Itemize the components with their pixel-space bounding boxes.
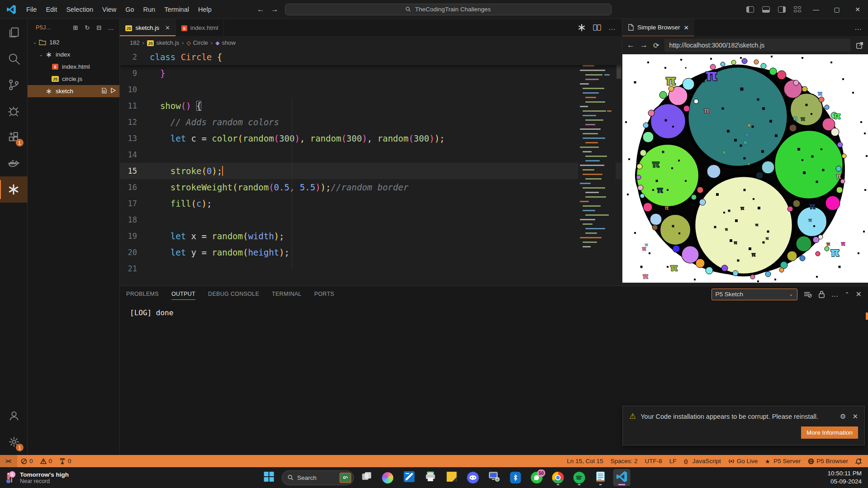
- gear-icon[interactable]: ⚙: [840, 412, 846, 421]
- p5-sketch-canvas[interactable]: πππππππππππππππππππππππππππππππ: [622, 54, 868, 283]
- activity-run-debug[interactable]: [0, 98, 28, 124]
- taskbar-scanner-icon[interactable]: [400, 469, 417, 486]
- minimize-button[interactable]: —: [806, 0, 826, 19]
- panel-tab-output[interactable]: OUTPUT: [171, 286, 195, 302]
- status-p5-browser[interactable]: P5 Browser: [804, 455, 852, 467]
- status-cursor-position[interactable]: Ln 15, Col 15: [563, 455, 607, 467]
- url-input[interactable]: http://localhost:3000/182\sketch.js: [664, 39, 850, 52]
- new-file-icon[interactable]: ⊞: [71, 23, 81, 33]
- activity-search[interactable]: [0, 45, 28, 71]
- close-icon[interactable]: ✕: [684, 24, 689, 31]
- activity-explorer[interactable]: [0, 19, 28, 45]
- close-button[interactable]: ✕: [847, 0, 868, 19]
- activity-docker[interactable]: [0, 150, 28, 176]
- panel-tab-terminal[interactable]: TERMINAL: [272, 286, 302, 302]
- taskbar-sticky-notes-icon[interactable]: [443, 469, 460, 486]
- refresh-icon[interactable]: ↻: [82, 23, 92, 33]
- status-errors[interactable]: 0: [17, 455, 37, 467]
- activity-p5[interactable]: [0, 176, 28, 203]
- toggle-sidebar-icon[interactable]: [746, 6, 754, 13]
- taskbar-printer-icon[interactable]: [422, 469, 439, 486]
- breadcrumb-show[interactable]: ◆show: [215, 39, 236, 46]
- toggle-panel-icon[interactable]: [762, 6, 770, 13]
- status-warnings[interactable]: 0: [37, 455, 56, 467]
- weather-widget[interactable]: 1 Tomorrow's high Near record: [0, 471, 109, 484]
- editor-scrollbar[interactable]: [616, 49, 622, 286]
- breadcrumb-sketch.js[interactable]: JSsketch.js: [147, 39, 179, 46]
- activity-extensions[interactable]: 1: [0, 124, 28, 150]
- more-information-button[interactable]: More Information: [801, 426, 858, 439]
- close-icon[interactable]: ✕: [165, 24, 170, 31]
- taskbar-vscode-icon[interactable]: [613, 469, 630, 486]
- menu-go[interactable]: Go: [121, 3, 138, 16]
- taskbar-remote-pc-icon[interactable]: ⚙: [485, 469, 503, 486]
- status-go-live[interactable]: Go Live: [725, 455, 762, 467]
- taskbar-start-icon[interactable]: [260, 469, 277, 486]
- menu-view[interactable]: View: [98, 3, 121, 16]
- menu-selection[interactable]: Selection: [62, 3, 98, 16]
- command-center-search[interactable]: TheCodingTrain Challenges: [285, 4, 612, 15]
- tree-item-index[interactable]: ⌄index: [28, 48, 119, 61]
- menu-edit[interactable]: Edit: [41, 3, 62, 16]
- split-editor-icon[interactable]: [593, 24, 601, 31]
- play-icon[interactable]: [110, 88, 116, 95]
- breadcrumb-Circle[interactable]: ◇Circle: [186, 39, 208, 46]
- clear-output-icon[interactable]: [804, 291, 812, 298]
- status-encoding[interactable]: UTF-8: [641, 455, 666, 467]
- taskbar-discord-icon[interactable]: [464, 469, 481, 486]
- more-actions-icon[interactable]: …: [608, 24, 616, 32]
- more-icon[interactable]: …: [106, 23, 116, 33]
- close-icon[interactable]: ✕: [856, 290, 862, 298]
- menu-run[interactable]: Run: [139, 3, 160, 16]
- lock-icon[interactable]: [818, 290, 825, 298]
- activity-settings[interactable]: 1: [0, 429, 28, 455]
- forward-arrow-icon[interactable]: →: [640, 41, 648, 50]
- more-icon[interactable]: …: [831, 290, 839, 298]
- taskbar-search[interactable]: Search: [281, 470, 354, 485]
- more-actions-icon[interactable]: …: [854, 24, 868, 32]
- toggle-secondary-sidebar-icon[interactable]: [778, 6, 786, 13]
- output-channel-dropdown[interactable]: P5 Sketch ⌄: [711, 289, 797, 300]
- status-ports[interactable]: 0: [56, 455, 75, 467]
- breadcrumb[interactable]: 182›JSsketch.js›◇Circle›◆show: [120, 36, 622, 49]
- customize-layout-icon[interactable]: [794, 6, 802, 13]
- simple-browser-tab[interactable]: Simple Browser ✕: [622, 19, 694, 36]
- minimap[interactable]: [578, 49, 616, 286]
- taskbar-task-view-icon[interactable]: [358, 469, 375, 486]
- status-language[interactable]: {}JavaScript: [680, 455, 725, 467]
- status-indentation[interactable]: Spaces: 2: [607, 455, 641, 467]
- chevron-up-icon[interactable]: ⌃: [845, 291, 849, 298]
- breadcrumb-182[interactable]: 182: [130, 39, 140, 46]
- tree-item-index.html[interactable]: 5index.html: [28, 61, 119, 73]
- tree-item-sketch[interactable]: sketch: [28, 85, 119, 97]
- menu-help[interactable]: Help: [194, 3, 216, 16]
- taskbar-bluetooth-icon[interactable]: [507, 469, 524, 486]
- status-p5-server[interactable]: ★P5 Server: [761, 455, 804, 467]
- back-arrow-icon[interactable]: ←: [257, 5, 265, 14]
- menu-file[interactable]: File: [22, 3, 41, 16]
- taskbar-spotify-icon[interactable]: [570, 469, 588, 486]
- panel-tab-debug-console[interactable]: DEBUG CONSOLE: [208, 286, 259, 302]
- reload-icon[interactable]: ⟳: [653, 41, 659, 50]
- tree-item-182[interactable]: ⌄182: [28, 36, 119, 48]
- status-eol[interactable]: LF: [666, 455, 680, 467]
- code-editor[interactable]: 2class Circle { 9 }1011 show() {12 // Ad…: [120, 49, 622, 286]
- forward-arrow-icon[interactable]: →: [271, 5, 279, 14]
- activity-accounts[interactable]: [0, 403, 28, 429]
- back-arrow-icon[interactable]: ←: [627, 41, 635, 50]
- collapse-icon[interactable]: ⊟: [94, 23, 104, 33]
- taskbar-clock[interactable]: 10:50:11 PM 05-09-2024: [827, 469, 868, 486]
- status-remote[interactable]: ><: [0, 455, 17, 467]
- output-console[interactable]: [LOG] done: [120, 302, 868, 323]
- taskbar-notepad-icon[interactable]: [592, 469, 609, 486]
- tab-sketch.js[interactable]: JSsketch.js✕: [120, 19, 176, 36]
- panel-tab-ports[interactable]: PORTS: [314, 286, 334, 302]
- close-icon[interactable]: ✕: [852, 412, 858, 421]
- taskbar-chrome-icon[interactable]: [549, 469, 566, 486]
- tree-item-circle.js[interactable]: JScircle.js: [28, 73, 119, 85]
- maximize-button[interactable]: ▢: [826, 0, 847, 19]
- tab-index.html[interactable]: 5index.html: [176, 19, 224, 36]
- open-external-icon[interactable]: [856, 42, 863, 49]
- p5-asterisk-icon[interactable]: [578, 24, 586, 32]
- activity-source-control[interactable]: [0, 71, 28, 98]
